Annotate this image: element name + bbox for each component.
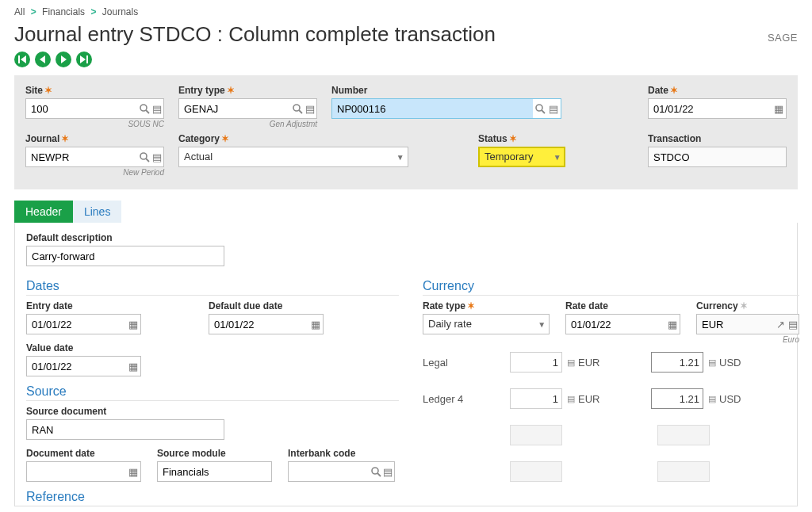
breadcrumb-all[interactable]: All xyxy=(14,6,25,17)
entry-type-input[interactable] xyxy=(179,99,291,118)
calendar-icon[interactable]: ▦ xyxy=(127,466,140,478)
chevron-down-icon[interactable]: ▼ xyxy=(551,153,564,162)
calendar-icon[interactable]: ▦ xyxy=(127,361,140,373)
transaction-label: Transaction xyxy=(648,133,701,144)
search-icon[interactable] xyxy=(138,103,151,114)
svg-marker-3 xyxy=(61,55,67,63)
search-icon[interactable] xyxy=(138,151,151,162)
date-input[interactable] xyxy=(649,99,772,118)
svg-line-9 xyxy=(299,110,302,113)
list-icon[interactable]: ▤ xyxy=(567,394,575,404)
legal-unit2: USD xyxy=(719,357,745,369)
list-icon[interactable]: ▤ xyxy=(708,357,716,368)
svg-point-12 xyxy=(140,153,147,159)
required-icon: ✶ xyxy=(227,85,235,96)
svg-point-14 xyxy=(372,468,378,474)
transaction-input[interactable] xyxy=(649,147,786,166)
chevron-right-icon: > xyxy=(31,6,36,17)
svg-line-15 xyxy=(377,473,381,476)
entry-type-label: Entry type xyxy=(178,85,225,96)
arrow-icon[interactable]: ↗ xyxy=(775,319,787,331)
chevron-right-icon: > xyxy=(90,6,96,17)
page-title: Journal entry STDCO : Column complete tr… xyxy=(14,22,496,47)
ledger4-unit2: USD xyxy=(719,393,745,405)
calendar-icon[interactable]: ▦ xyxy=(127,319,140,331)
required-icon: ✶ xyxy=(61,133,69,144)
svg-marker-4 xyxy=(80,55,86,63)
legal-rate2[interactable]: 1.21 xyxy=(651,352,703,373)
calendar-icon[interactable]: ▦ xyxy=(666,319,680,331)
search-icon[interactable] xyxy=(291,103,304,114)
search-icon[interactable] xyxy=(370,466,382,477)
list-icon[interactable]: ▤ xyxy=(304,103,316,115)
prev-record-button[interactable] xyxy=(35,52,51,67)
default-description-input[interactable] xyxy=(27,246,224,266)
legal-unit1: EUR xyxy=(578,357,603,369)
journal-input[interactable] xyxy=(26,147,138,166)
document-date-input[interactable] xyxy=(27,462,127,481)
chevron-down-icon[interactable]: ▼ xyxy=(393,153,408,162)
calendar-icon[interactable]: ▦ xyxy=(772,103,786,115)
svg-rect-5 xyxy=(86,55,88,63)
currency-caption: Euro xyxy=(696,335,799,344)
list-icon[interactable]: ▤ xyxy=(708,394,716,404)
date-label: Date xyxy=(648,85,668,96)
entry-date-input[interactable] xyxy=(27,315,127,334)
required-icon: ✶ xyxy=(509,133,517,144)
currency-input[interactable] xyxy=(697,315,775,334)
empty-rate xyxy=(657,425,710,445)
breadcrumb-journals: Journals xyxy=(102,6,138,17)
legal-rate1[interactable]: 1 xyxy=(510,352,562,373)
last-record-button[interactable] xyxy=(76,52,92,67)
ledger4-label: Ledger 4 xyxy=(423,393,486,405)
tab-header[interactable]: Header xyxy=(14,201,73,223)
number-input[interactable] xyxy=(332,99,533,118)
site-input[interactable] xyxy=(26,99,138,118)
svg-point-6 xyxy=(140,105,147,111)
default-due-date-input[interactable] xyxy=(209,315,309,334)
list-icon[interactable]: ▤ xyxy=(547,103,561,115)
source-section-title: Source xyxy=(26,384,399,401)
search-icon[interactable] xyxy=(533,103,546,114)
entry-type-caption: Gen Adjustmt xyxy=(178,120,317,128)
svg-line-7 xyxy=(146,110,149,113)
journal-caption: New Period xyxy=(25,168,164,177)
value-date-input[interactable] xyxy=(27,357,127,376)
svg-point-10 xyxy=(536,105,542,111)
list-icon[interactable]: ▤ xyxy=(382,466,394,478)
svg-marker-1 xyxy=(21,55,26,63)
currency-label: Currency xyxy=(696,300,738,311)
ledger4-rate1[interactable]: 1 xyxy=(510,388,562,409)
source-document-input[interactable] xyxy=(27,420,224,439)
journal-label: Journal xyxy=(25,133,59,144)
required-icon: ✶ xyxy=(44,85,52,96)
ledger4-rate2[interactable]: 1.21 xyxy=(651,388,703,409)
entry-date-label: Entry date xyxy=(26,300,141,311)
rate-type-select[interactable]: Daily rate xyxy=(423,315,534,334)
header-panel: Site✶ ▤ SOUS NC Entry type✶ ▤ Gen Adjust… xyxy=(14,75,798,189)
first-record-button[interactable] xyxy=(14,52,30,67)
interbank-code-input[interactable] xyxy=(289,462,370,481)
tab-lines[interactable]: Lines xyxy=(73,201,121,223)
calendar-icon[interactable]: ▦ xyxy=(309,319,323,331)
breadcrumb-financials[interactable]: Financials xyxy=(42,6,85,17)
list-icon[interactable]: ▤ xyxy=(151,103,163,115)
ledger4-unit1: EUR xyxy=(578,393,603,405)
empty-rate xyxy=(657,461,710,482)
rate-date-input[interactable] xyxy=(566,315,666,334)
category-label: Category xyxy=(178,133,220,144)
next-record-button[interactable] xyxy=(56,52,71,67)
legal-label: Legal xyxy=(423,357,486,369)
category-select[interactable]: Actual xyxy=(179,147,393,166)
site-caption: SOUS NC xyxy=(25,120,164,128)
source-document-label: Source document xyxy=(26,406,224,417)
source-module-input[interactable] xyxy=(158,462,271,481)
list-icon[interactable]: ▤ xyxy=(151,151,163,163)
chevron-down-icon[interactable]: ▼ xyxy=(534,320,549,329)
list-icon[interactable]: ▤ xyxy=(787,319,799,331)
list-icon[interactable]: ▤ xyxy=(567,357,575,368)
svg-line-11 xyxy=(542,110,545,113)
status-select[interactable]: Temporary xyxy=(480,148,551,166)
rate-date-label: Rate date xyxy=(565,300,680,311)
svg-rect-0 xyxy=(18,55,20,63)
